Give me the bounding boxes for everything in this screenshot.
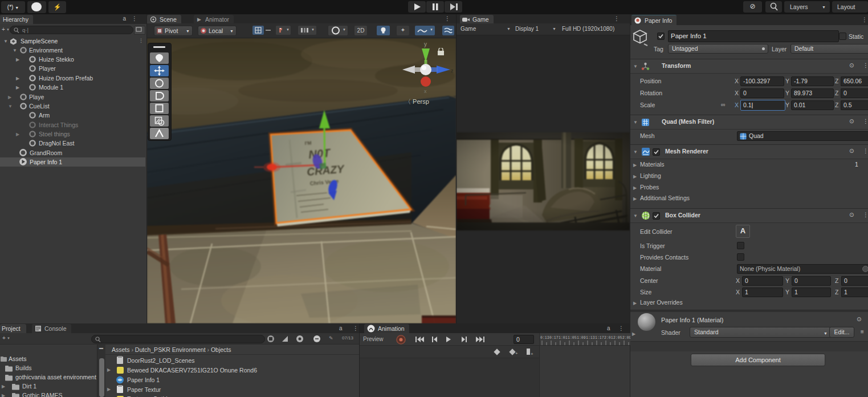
svg-text:1:05: 1:05: [568, 336, 577, 340]
svg-text:1:17: 1:17: [595, 336, 604, 340]
svg-text:x: x: [424, 88, 427, 94]
svg-text:2:01: 2:01: [604, 336, 613, 340]
svg-text:2:09: 2:09: [622, 336, 630, 340]
svg-text:1:09: 1:09: [577, 336, 586, 340]
svg-text:0:13: 0:13: [540, 336, 549, 340]
svg-text:y: y: [424, 41, 427, 47]
svg-text:+: +: [515, 351, 518, 356]
svg-text:2:05: 2:05: [613, 336, 622, 340]
svg-text:1:13: 1:13: [586, 336, 595, 340]
svg-text:+: +: [531, 351, 533, 357]
svg-text:z: z: [451, 68, 454, 74]
svg-text:1:01: 1:01: [559, 336, 568, 340]
svg-text:I'M: I'M: [305, 140, 312, 146]
svg-text:0:17: 0:17: [549, 336, 559, 340]
